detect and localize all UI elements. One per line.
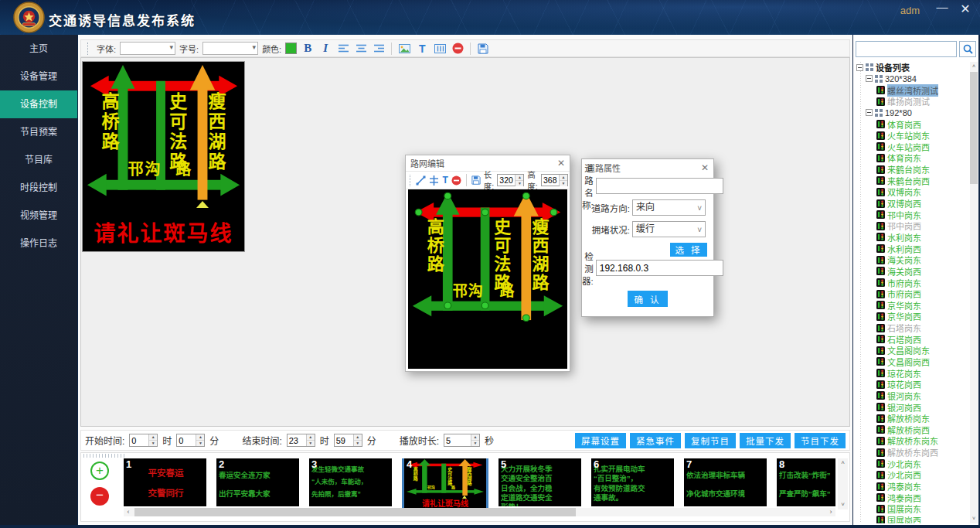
device-tree-row[interactable]: 国展岗西 xyxy=(855,515,969,523)
horizontal-scrollbar[interactable]: ‹ › xyxy=(124,508,835,516)
scroll-left-icon[interactable]: ‹ xyxy=(124,508,133,516)
close-icon[interactable]: ✕ xyxy=(701,162,709,173)
playlist-item[interactable]: 1 平安春运 交警同行 xyxy=(124,458,206,506)
device-tree-row[interactable]: 解放桥东岗东 xyxy=(855,435,969,447)
device-tree-row[interactable]: 京华岗东 xyxy=(855,299,969,311)
device-tree-row[interactable]: 文昌阁岗西 xyxy=(855,356,969,368)
marquee-icon[interactable] xyxy=(433,42,447,56)
scroll-right-icon[interactable]: › xyxy=(826,508,835,516)
duration-spinner[interactable]: ▲▼ xyxy=(444,434,480,447)
device-tree-row[interactable]: 琼花岗西 xyxy=(855,379,969,390)
device-tree-row[interactable]: 鸿泰岗东 xyxy=(855,481,969,492)
scroll-up-icon[interactable]: ˄ xyxy=(838,458,848,468)
expander-icon[interactable] xyxy=(866,109,873,116)
select-detector-button[interactable]: 选 择 xyxy=(670,243,707,257)
italic-button[interactable]: I xyxy=(318,42,332,56)
device-tree-row[interactable]: 银河岗西 xyxy=(855,401,969,413)
start-minute-spinner[interactable]: ▲▼ xyxy=(176,434,205,447)
font-select[interactable] xyxy=(120,42,175,55)
device-tree-row[interactable]: 石塔岗东 xyxy=(855,322,969,334)
device-tree-row[interactable]: 海关岗东 xyxy=(855,254,969,266)
device-tree-row[interactable]: 海关岗西 xyxy=(855,266,969,278)
device-tree-row[interactable]: 石塔岗西 xyxy=(855,333,969,345)
sidebar-item[interactable]: 操作日志 xyxy=(0,230,77,257)
device-tree-row[interactable]: 火车站岗西 xyxy=(855,141,969,152)
search-button[interactable] xyxy=(959,41,976,57)
dialog-titlebar[interactable]: 道路属性 ✕ xyxy=(582,159,713,175)
length-spinner[interactable]: ▲▼ xyxy=(497,174,524,186)
save-icon[interactable] xyxy=(476,42,490,56)
device-tree-row[interactable]: 设备列表 xyxy=(855,62,969,73)
device-tree-row[interactable]: 京华岗西 xyxy=(855,311,969,322)
action-button[interactable]: 批量下发 xyxy=(740,433,791,448)
sidebar-item[interactable]: 视频管理 xyxy=(0,202,77,230)
road-name-input[interactable] xyxy=(596,178,723,194)
align-left-icon[interactable] xyxy=(336,42,350,56)
device-tree-row[interactable]: 琼花岗东 xyxy=(855,367,969,379)
scroll-down-icon[interactable]: ˅ xyxy=(970,514,978,523)
device-tree-row[interactable]: 水利岗西 xyxy=(855,243,969,254)
minimize-button[interactable]: — xyxy=(934,0,951,13)
device-tree-row[interactable]: 体育岗西 xyxy=(855,118,969,130)
text-tool-icon[interactable]: T xyxy=(442,173,448,187)
road-direction-select[interactable]: 来向 xyxy=(632,199,706,216)
device-tree-row[interactable]: 解放桥岗西 xyxy=(855,424,969,436)
close-button[interactable]: ✕ xyxy=(957,2,974,16)
expander-icon[interactable] xyxy=(856,64,863,71)
align-center-icon[interactable] xyxy=(354,42,368,56)
playlist-item-selected[interactable]: 4 高桥路 史可法路 瘦西湖路 邗沟 路 请礼让斑马线 xyxy=(402,458,488,509)
save-icon[interactable] xyxy=(471,173,481,187)
delete-icon[interactable] xyxy=(451,173,461,187)
playlist-item[interactable]: 5 大力开展秋冬季 交通安全整治百 日会战，全力稳 定道路交通安全 形势！ xyxy=(499,458,581,506)
device-tree-row[interactable]: 解放桥岗东 xyxy=(855,413,969,424)
device-tree-row[interactable]: 沙北岗东 xyxy=(855,458,969,469)
device-tree-row[interactable]: 来鹤台岗西 xyxy=(855,175,969,186)
scroll-up-icon[interactable]: ˄ xyxy=(970,62,978,71)
device-tree-row[interactable]: 来鹤台岗东 xyxy=(855,164,969,175)
playlist-item[interactable]: 7 依法治理非标车辆 净化城市交通环境 xyxy=(684,458,767,506)
device-tree-row[interactable]: 192*80 xyxy=(855,107,969,119)
sidebar-item[interactable]: 节目库 xyxy=(0,146,77,174)
network-edit-canvas[interactable]: 高桥路 史可法路 瘦西湖路 邗沟 路 xyxy=(408,189,567,369)
height-spinner[interactable]: ▲▼ xyxy=(541,174,568,186)
device-tree-row[interactable]: 双博岗东 xyxy=(855,186,969,198)
align-right-icon[interactable] xyxy=(372,42,386,56)
scroll-down-icon[interactable]: ˅ xyxy=(838,500,848,509)
playlist-item[interactable]: 2 春运安全连万家 出行平安靠大家 xyxy=(216,458,299,506)
device-scrollbar[interactable]: ˄ ˅ xyxy=(970,62,978,523)
sign-preview[interactable]: 高桥路 史可法路 瘦西湖路 邗沟 路 请礼让斑马线 xyxy=(82,61,245,252)
device-tree-row[interactable]: 沙北岗西 xyxy=(855,469,969,481)
device-tree-row[interactable]: 邗中岗西 xyxy=(855,220,969,232)
device-tree-row[interactable]: 鸿泰岗西 xyxy=(855,492,969,503)
current-user[interactable]: adm xyxy=(900,5,920,16)
end-minute-spinner[interactable]: ▲▼ xyxy=(334,434,362,447)
scrollbar-thumb[interactable] xyxy=(134,508,576,516)
action-button[interactable]: 紧急事件 xyxy=(630,433,681,448)
strip-vertical-scrollbar[interactable]: ˄ ˅ xyxy=(838,458,848,509)
scrollbar-thumb[interactable] xyxy=(970,72,978,184)
device-tree-row[interactable]: 螺丝湾桥测试 xyxy=(855,84,969,96)
sidebar-item[interactable]: 主页 xyxy=(0,35,77,63)
start-hour-spinner[interactable]: ▲▼ xyxy=(129,434,158,447)
device-tree-row[interactable]: 邗中岗东 xyxy=(855,209,969,220)
detector-input[interactable] xyxy=(596,260,723,276)
congestion-select[interactable]: 缓行 xyxy=(632,221,706,237)
bold-button[interactable]: B xyxy=(301,42,315,56)
playlist-item[interactable]: 6 扎实开展电动车 “百日整治”， 有效预防道路交 通事故。 xyxy=(591,458,674,506)
close-icon[interactable]: ✕ xyxy=(557,158,565,169)
color-swatch[interactable] xyxy=(285,43,297,54)
device-tree-row[interactable]: 市府岗东 xyxy=(855,277,969,288)
sidebar-item[interactable]: 时段控制 xyxy=(0,174,77,202)
action-button[interactable]: 屏幕设置 xyxy=(575,433,626,448)
device-tree-row[interactable]: 市府岗西 xyxy=(855,288,969,300)
device-tree-row[interactable]: 320*384 xyxy=(855,73,969,85)
device-tree-row[interactable]: 双博岗西 xyxy=(855,198,969,209)
device-tree-row[interactable]: 火车站岗东 xyxy=(855,130,969,141)
add-program-button[interactable]: + xyxy=(90,462,109,480)
playlist-item[interactable]: 8 打击改装“炸街” 严查严防“飙车” xyxy=(777,458,835,506)
action-button[interactable]: 节目下发 xyxy=(795,433,846,448)
device-tree-row[interactable]: 国展岗东 xyxy=(855,503,969,515)
insert-text-icon[interactable]: T xyxy=(415,42,429,56)
draw-line-icon[interactable] xyxy=(416,173,426,187)
device-tree-row[interactable]: 银河岗东 xyxy=(855,390,969,402)
